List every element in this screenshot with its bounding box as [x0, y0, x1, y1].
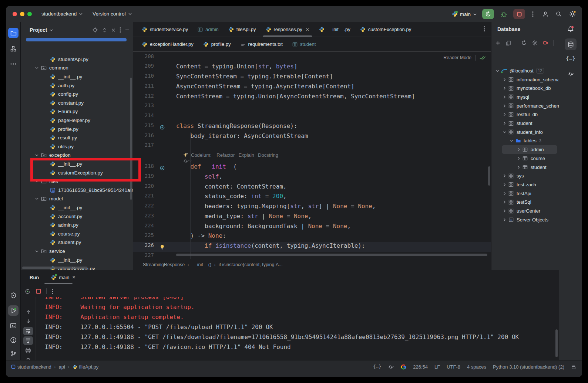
minimize-window-button[interactable] — [20, 12, 24, 16]
database-tree-item[interactable]: userCenter — [491, 207, 559, 216]
more-tools-button[interactable] — [8, 59, 19, 69]
project-tree-item[interactable]: common — [21, 64, 133, 72]
run-panel-title[interactable]: Run — [30, 275, 39, 280]
code-line[interactable]: 209Content = typing.Union[str, bytes] — [133, 63, 491, 73]
project-tree-item[interactable]: model — [21, 194, 133, 203]
soft-wrap-icon[interactable] — [23, 327, 33, 335]
stop-icon[interactable] — [36, 289, 41, 294]
project-horizontal-scrollbar[interactable] — [22, 267, 87, 269]
code-line[interactable]: 224 background: BackgroundTask | None = … — [133, 223, 491, 233]
breadcrumb-item[interactable]: __init__() — [192, 262, 211, 267]
chevron-right-icon[interactable] — [515, 148, 521, 152]
code-line[interactable]: 221 status_code: int = 200, — [133, 193, 491, 203]
code-line[interactable]: 216 body_iterator: AsyncContentStream — [133, 132, 491, 142]
chevron-right-icon[interactable] — [501, 174, 507, 178]
settings-gear-icon[interactable] — [567, 10, 578, 18]
rerun-icon[interactable] — [24, 288, 31, 295]
project-tree-item[interactable]: student.py — [21, 238, 133, 247]
project-tree-item[interactable]: __init__.py — [21, 255, 133, 264]
codeium-action[interactable]: Explain — [238, 152, 254, 158]
debug-button[interactable] — [498, 9, 510, 19]
chevron-right-icon[interactable] — [501, 86, 507, 90]
code-line[interactable]: 226 if isinstance(content, typing.AsyncI… — [133, 242, 491, 252]
ai-assistant-tool-button[interactable]: {…} — [565, 52, 577, 64]
project-tree-item[interactable]: admin.py — [21, 221, 133, 230]
google-plugin[interactable] — [401, 364, 406, 370]
status-path-item[interactable]: studentbackend — [11, 364, 51, 370]
chevron-right-icon[interactable] — [501, 112, 507, 116]
database-tree-item[interactable]: sys — [491, 172, 559, 180]
code-line[interactable]: 223 media_type: str | None = None, — [133, 213, 491, 223]
chevron-down-icon[interactable] — [494, 69, 500, 73]
code-line[interactable]: 212ContentStream = typing.Union[AsyncCon… — [133, 93, 491, 103]
close-tab-icon[interactable]: ✕ — [306, 27, 309, 32]
line-separator[interactable]: LF — [434, 364, 440, 370]
chevron-right-icon[interactable] — [501, 209, 507, 213]
project-tree-item[interactable]: studentApi.py — [21, 55, 133, 64]
more-actions-icon[interactable] — [529, 11, 537, 17]
indent-style[interactable]: 4 spaces — [467, 364, 486, 370]
status-path-item[interactable]: fileApi.py — [73, 364, 99, 370]
inspections-ok-icon[interactable] — [479, 55, 486, 60]
file-encoding[interactable]: UTF-8 — [447, 364, 460, 370]
database-tree-item[interactable]: test-zach — [491, 180, 559, 189]
editor-tab[interactable]: __init__.py — [314, 22, 355, 37]
services-tool-button[interactable] — [8, 290, 19, 301]
project-tree-item[interactable]: pageHelper.py — [21, 116, 133, 125]
chevron-right-icon[interactable] — [501, 192, 507, 196]
chevron-right-icon[interactable] — [501, 104, 507, 108]
database-tree-item[interactable]: student — [491, 119, 559, 128]
database-tree-item[interactable]: mysql — [491, 93, 559, 102]
status-breadcrumb[interactable]: studentbackend›api›fileApi.py — [11, 362, 98, 371]
project-tree-item[interactable]: Enum.py — [21, 107, 133, 116]
reader-mode-widget[interactable]: Reader Mode — [443, 55, 486, 61]
code-style-widget[interactable]: {…} — [373, 364, 382, 369]
breadcrumb-item[interactable]: if isinstance(content, typing.A... — [219, 262, 283, 267]
database-tree-item[interactable]: testSql — [491, 198, 559, 207]
database-tree-item[interactable]: testApi — [491, 189, 559, 198]
run-configuration-widget[interactable]: main — [452, 11, 477, 17]
project-tool-button[interactable] — [8, 28, 19, 38]
database-tree-item[interactable]: information_schema — [491, 75, 559, 84]
code-line[interactable]: 219 self, — [133, 173, 491, 183]
code-line[interactable]: 218 def __init__( — [133, 163, 491, 173]
chevron-down-icon[interactable] — [33, 153, 40, 157]
console-vertical-scrollbar[interactable] — [555, 329, 558, 357]
database-tree-item[interactable]: mynotebook_db — [491, 84, 559, 93]
run-tool-button[interactable] — [8, 305, 19, 316]
editor-tab[interactable]: responses.py✕ — [261, 22, 314, 37]
tab-list-icon[interactable] — [481, 26, 488, 32]
editor-tab[interactable]: exceptionHandler.py — [137, 37, 198, 51]
chevron-right-icon[interactable] — [501, 78, 507, 82]
database-tree-item[interactable]: admin — [491, 145, 559, 154]
scroll-to-end-icon[interactable] — [23, 336, 33, 345]
chevron-right-icon[interactable] — [501, 95, 507, 99]
add-user-icon[interactable] — [541, 11, 550, 18]
rerun-button[interactable] — [482, 9, 494, 19]
project-tree-item[interactable]: course.py — [21, 230, 133, 238]
chevron-right-icon[interactable] — [515, 156, 521, 160]
code-line[interactable]: 211AsyncContentStream = typing.AsyncIter… — [133, 83, 491, 93]
database-tree-item[interactable]: course — [491, 154, 559, 163]
chevron-right-icon[interactable] — [515, 165, 521, 169]
maximize-window-button[interactable] — [27, 12, 32, 16]
codeium-action[interactable]: Refactor — [216, 152, 235, 158]
search-everywhere-icon[interactable] — [554, 11, 564, 17]
code-line[interactable]: 222 headers: typing.Mapping[str, str] | … — [133, 203, 491, 213]
editor-vertical-scrollbar[interactable] — [488, 166, 490, 186]
breadcrumb-item[interactable]: StreamingResponse — [143, 262, 185, 267]
project-tree-item[interactable]: constant.py — [21, 99, 133, 108]
code-line[interactable]: 214 — [133, 112, 491, 122]
editor-tab[interactable]: student — [288, 37, 321, 51]
stop-button[interactable] — [513, 9, 525, 19]
project-tree-item[interactable]: 1710616558_91bc9549514241a88 — [21, 186, 133, 195]
code-line[interactable]: 210SyncContentStream = typing.Iterable[C… — [133, 73, 491, 83]
project-widget[interactable]: studentbackend — [41, 11, 83, 17]
console-options-icon[interactable] — [52, 288, 53, 294]
chevron-right-icon[interactable] — [501, 121, 507, 125]
project-tree-item[interactable]: result.py — [21, 133, 133, 142]
console-output[interactable]: INFO: Started server process [6467]INFO:… — [36, 297, 554, 360]
run-tab-main[interactable]: main ✕ — [51, 275, 75, 280]
database-tree-item[interactable]: @localhost12 — [491, 67, 559, 75]
print-icon[interactable] — [23, 346, 33, 355]
